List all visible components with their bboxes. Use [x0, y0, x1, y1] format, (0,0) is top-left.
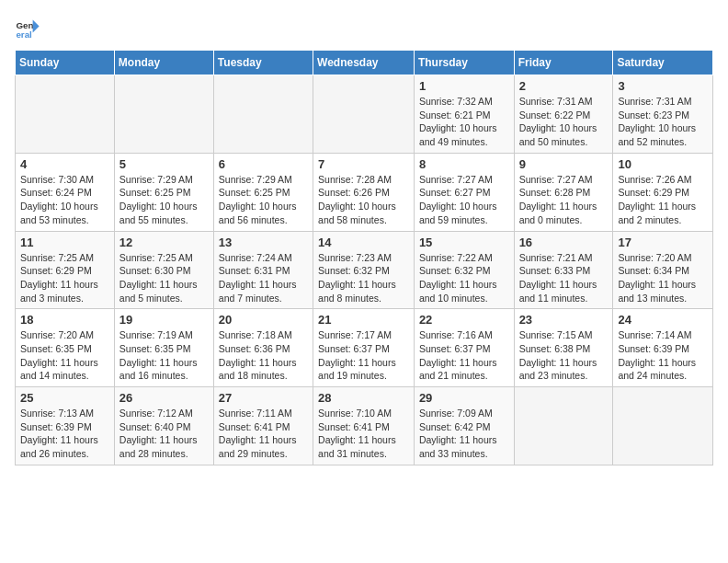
calendar-cell: [114, 75, 213, 154]
calendar-cell: 23Sunrise: 7:15 AM Sunset: 6:38 PM Dayli…: [514, 309, 613, 387]
calendar-cell: 16Sunrise: 7:21 AM Sunset: 6:33 PM Dayli…: [514, 231, 613, 309]
day-number: 21: [318, 313, 409, 327]
day-number: 28: [318, 391, 409, 405]
day-info: Sunrise: 7:29 AM Sunset: 6:25 PM Dayligh…: [219, 173, 308, 227]
day-info: Sunrise: 7:32 AM Sunset: 6:21 PM Dayligh…: [419, 95, 509, 149]
calendar-cell: 26Sunrise: 7:12 AM Sunset: 6:40 PM Dayli…: [114, 387, 213, 465]
calendar-cell: 18Sunrise: 7:20 AM Sunset: 6:35 PM Dayli…: [16, 309, 115, 387]
calendar-cell: 17Sunrise: 7:20 AM Sunset: 6:34 PM Dayli…: [613, 231, 713, 309]
day-info: Sunrise: 7:29 AM Sunset: 6:25 PM Dayligh…: [119, 173, 209, 227]
day-number: 6: [219, 157, 308, 171]
day-number: 26: [119, 391, 209, 405]
header-day-friday: Friday: [514, 51, 613, 75]
day-number: 19: [119, 313, 209, 327]
calendar-cell: 1Sunrise: 7:32 AM Sunset: 6:21 PM Daylig…: [414, 75, 514, 154]
calendar-cell: 21Sunrise: 7:17 AM Sunset: 6:37 PM Dayli…: [313, 309, 415, 387]
day-number: 5: [119, 157, 209, 171]
day-info: Sunrise: 7:12 AM Sunset: 6:40 PM Dayligh…: [119, 407, 209, 461]
day-number: 18: [20, 313, 109, 327]
day-number: 23: [519, 313, 609, 327]
day-info: Sunrise: 7:11 AM Sunset: 6:41 PM Dayligh…: [219, 407, 308, 461]
day-info: Sunrise: 7:23 AM Sunset: 6:32 PM Dayligh…: [318, 251, 409, 305]
day-number: 2: [519, 79, 609, 93]
calendar-cell: 22Sunrise: 7:16 AM Sunset: 6:37 PM Dayli…: [414, 309, 514, 387]
day-info: Sunrise: 7:31 AM Sunset: 6:23 PM Dayligh…: [618, 95, 708, 149]
calendar-cell: 13Sunrise: 7:24 AM Sunset: 6:31 PM Dayli…: [213, 231, 313, 309]
day-info: Sunrise: 7:25 AM Sunset: 6:30 PM Dayligh…: [119, 251, 209, 305]
day-info: Sunrise: 7:27 AM Sunset: 6:28 PM Dayligh…: [519, 173, 609, 227]
day-number: 7: [318, 157, 409, 171]
calendar-cell: 11Sunrise: 7:25 AM Sunset: 6:29 PM Dayli…: [16, 231, 115, 309]
calendar-cell: 28Sunrise: 7:10 AM Sunset: 6:41 PM Dayli…: [313, 387, 415, 465]
calendar-cell: [613, 387, 713, 465]
day-info: Sunrise: 7:24 AM Sunset: 6:31 PM Dayligh…: [219, 251, 308, 305]
day-number: 3: [618, 79, 708, 93]
calendar-cell: [213, 75, 313, 154]
calendar-cell: 15Sunrise: 7:22 AM Sunset: 6:32 PM Dayli…: [414, 231, 514, 309]
calendar-cell: 2Sunrise: 7:31 AM Sunset: 6:22 PM Daylig…: [514, 75, 613, 154]
calendar-cell: [16, 75, 115, 154]
day-number: 17: [618, 236, 708, 249]
day-number: 20: [219, 313, 308, 327]
calendar-cell: 5Sunrise: 7:29 AM Sunset: 6:25 PM Daylig…: [114, 153, 213, 231]
day-info: Sunrise: 7:31 AM Sunset: 6:22 PM Dayligh…: [519, 95, 609, 149]
day-info: Sunrise: 7:21 AM Sunset: 6:33 PM Dayligh…: [519, 251, 609, 305]
day-number: 4: [20, 157, 109, 171]
day-number: 9: [519, 157, 609, 171]
header: Gen eral: [15, 15, 713, 40]
day-info: Sunrise: 7:18 AM Sunset: 6:36 PM Dayligh…: [219, 328, 308, 383]
week-row-5: 25Sunrise: 7:13 AM Sunset: 6:39 PM Dayli…: [16, 387, 713, 465]
day-info: Sunrise: 7:13 AM Sunset: 6:39 PM Dayligh…: [20, 407, 109, 461]
svg-marker-2: [33, 20, 40, 33]
day-info: Sunrise: 7:20 AM Sunset: 6:35 PM Dayligh…: [20, 328, 109, 383]
day-number: 16: [519, 236, 609, 249]
calendar-cell: [514, 387, 613, 465]
day-info: Sunrise: 7:22 AM Sunset: 6:32 PM Dayligh…: [419, 251, 509, 305]
calendar-cell: 25Sunrise: 7:13 AM Sunset: 6:39 PM Dayli…: [16, 387, 115, 465]
svg-text:eral: eral: [16, 29, 32, 40]
day-number: 25: [20, 391, 109, 405]
header-day-sunday: Sunday: [16, 51, 115, 75]
header-day-thursday: Thursday: [414, 51, 514, 75]
calendar-table: SundayMondayTuesdayWednesdayThursdayFrid…: [15, 50, 713, 465]
calendar-cell: 24Sunrise: 7:14 AM Sunset: 6:39 PM Dayli…: [613, 309, 713, 387]
day-info: Sunrise: 7:25 AM Sunset: 6:29 PM Dayligh…: [20, 251, 109, 305]
calendar-cell: 8Sunrise: 7:27 AM Sunset: 6:27 PM Daylig…: [414, 153, 514, 231]
day-info: Sunrise: 7:14 AM Sunset: 6:39 PM Dayligh…: [618, 328, 708, 383]
calendar-cell: 3Sunrise: 7:31 AM Sunset: 6:23 PM Daylig…: [613, 75, 713, 154]
logo: Gen eral: [15, 15, 44, 40]
day-number: 29: [419, 391, 509, 405]
logo-icon: Gen eral: [15, 15, 40, 40]
day-number: 12: [119, 236, 209, 249]
calendar-cell: 27Sunrise: 7:11 AM Sunset: 6:41 PM Dayli…: [213, 387, 313, 465]
week-row-3: 11Sunrise: 7:25 AM Sunset: 6:29 PM Dayli…: [16, 231, 713, 309]
week-row-1: 1Sunrise: 7:32 AM Sunset: 6:21 PM Daylig…: [16, 75, 713, 154]
calendar-cell: 19Sunrise: 7:19 AM Sunset: 6:35 PM Dayli…: [114, 309, 213, 387]
calendar-cell: [313, 75, 415, 154]
day-info: Sunrise: 7:15 AM Sunset: 6:38 PM Dayligh…: [519, 328, 609, 383]
day-info: Sunrise: 7:27 AM Sunset: 6:27 PM Dayligh…: [419, 173, 509, 227]
day-info: Sunrise: 7:28 AM Sunset: 6:26 PM Dayligh…: [318, 173, 409, 227]
day-number: 24: [618, 313, 708, 327]
calendar-cell: 9Sunrise: 7:27 AM Sunset: 6:28 PM Daylig…: [514, 153, 613, 231]
calendar-cell: 6Sunrise: 7:29 AM Sunset: 6:25 PM Daylig…: [213, 153, 313, 231]
day-info: Sunrise: 7:26 AM Sunset: 6:29 PM Dayligh…: [618, 173, 708, 227]
calendar-cell: 29Sunrise: 7:09 AM Sunset: 6:42 PM Dayli…: [414, 387, 514, 465]
day-number: 8: [419, 157, 509, 171]
day-number: 10: [618, 157, 708, 171]
day-info: Sunrise: 7:17 AM Sunset: 6:37 PM Dayligh…: [318, 328, 409, 383]
calendar-cell: 20Sunrise: 7:18 AM Sunset: 6:36 PM Dayli…: [213, 309, 313, 387]
day-number: 22: [419, 313, 509, 327]
calendar-cell: 14Sunrise: 7:23 AM Sunset: 6:32 PM Dayli…: [313, 231, 415, 309]
day-number: 14: [318, 236, 409, 249]
calendar-cell: 10Sunrise: 7:26 AM Sunset: 6:29 PM Dayli…: [613, 153, 713, 231]
day-info: Sunrise: 7:09 AM Sunset: 6:42 PM Dayligh…: [419, 407, 509, 461]
day-number: 1: [419, 79, 509, 93]
day-info: Sunrise: 7:16 AM Sunset: 6:37 PM Dayligh…: [419, 328, 509, 383]
header-day-tuesday: Tuesday: [213, 51, 313, 75]
header-row: SundayMondayTuesdayWednesdayThursdayFrid…: [16, 51, 713, 75]
calendar-cell: 4Sunrise: 7:30 AM Sunset: 6:24 PM Daylig…: [16, 153, 115, 231]
calendar-cell: 7Sunrise: 7:28 AM Sunset: 6:26 PM Daylig…: [313, 153, 415, 231]
day-number: 11: [20, 236, 109, 249]
week-row-2: 4Sunrise: 7:30 AM Sunset: 6:24 PM Daylig…: [16, 153, 713, 231]
